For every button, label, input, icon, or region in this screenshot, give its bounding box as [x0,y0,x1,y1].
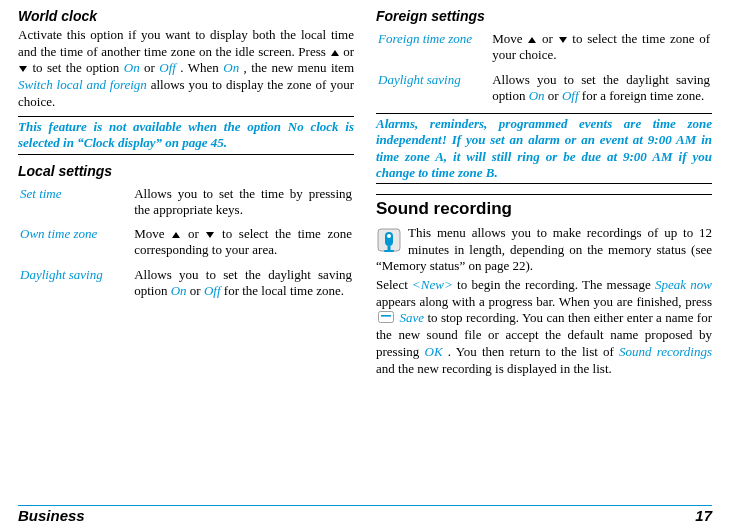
callout-timezone-independent: Alarms, reminders, programmed events are… [376,113,712,184]
message-speak-now: Speak now [655,277,712,292]
svg-rect-4 [384,250,394,252]
footer-divider [18,505,712,506]
arrow-up-icon [331,50,339,56]
text-fragment: for the local time zone. [224,283,344,298]
callout-no-clock: This feature is not available when the o… [18,116,354,155]
text-fragment: or [188,226,206,241]
text-fragment: or [542,31,558,46]
text-fragment: to begin the recording. The message [457,277,655,292]
svg-rect-6 [381,315,391,317]
table-row: Set time Allows you to set the time by p… [18,182,354,223]
arrow-up-icon [172,232,180,238]
option-off: Off [204,283,221,298]
arrow-up-icon [528,37,536,43]
text-fragment: Select [376,277,412,292]
footer-section-name: Business [18,507,85,524]
text-fragment: . You then return to the list of [448,344,619,359]
text-fragment: No clock [288,119,339,134]
sound-paragraph-2: Select <New> to begin the recording. The… [376,277,712,377]
sound-recording-heading: Sound recording [376,199,712,219]
option-off: Off [159,60,176,75]
arrow-down-icon [206,232,214,238]
setting-value: Allows you to set the daylight saving op… [490,68,712,109]
setting-value: Move or to select the time zone correspo… [132,222,354,263]
svg-rect-3 [388,246,391,250]
text-fragment: or [548,88,562,103]
setting-key: Set time [18,182,132,223]
local-settings-heading: Local settings [18,163,354,179]
option-on: On [171,283,187,298]
page-footer: Business 17 [18,505,712,524]
setting-key: Daylight saving [18,263,132,304]
sound-recording-body: This menu allows you to make recordings … [376,225,712,377]
svg-rect-5 [379,311,394,322]
option-off: Off [562,88,579,103]
text-fragment: This feature is not available when the o… [18,119,288,134]
setting-key: Daylight saving [376,68,490,109]
page-columns: World clock Activate this option if you … [18,8,712,478]
text-fragment: Move [492,31,527,46]
list-sound-recordings: Sound recordings [619,344,712,359]
text-fragment: for a foreign time zone. [582,88,704,103]
local-settings-table: Set time Allows you to set the time by p… [18,182,354,304]
text-fragment: and the new recording is displayed in th… [376,361,612,376]
right-column: Foreign settings Foreign time zone Move … [376,8,712,478]
world-clock-heading: World clock [18,8,354,24]
arrow-down-icon [559,37,567,43]
table-row: Own time zone Move or to select the time… [18,222,354,263]
setting-key: Foreign time zone [376,27,490,68]
setting-value: Allows you to set the daylight saving op… [132,263,354,304]
sound-paragraph-1: This menu allows you to make recordings … [376,225,712,275]
text-fragment: Move [134,226,171,241]
text-fragment: appears along with a progress bar. When … [376,294,712,309]
text-fragment: or [190,283,204,298]
foreign-settings-heading: Foreign settings [376,8,712,24]
option-new: <New> [412,277,453,292]
table-row: Daylight saving Allows you to set the da… [18,263,354,304]
text-fragment: . When [180,60,223,75]
option-on: On [124,60,140,75]
menu-switch-local-foreign: Switch local and foreign [18,77,147,92]
left-column: World clock Activate this option if you … [18,8,354,478]
page-number: 17 [695,507,712,524]
section-divider [376,194,712,195]
recorder-icon [376,227,402,257]
svg-point-2 [387,234,391,238]
text-fragment: or [343,44,354,59]
setting-value: Allows you to set the time by pressing t… [132,182,354,223]
action-ok: OK [425,344,443,359]
table-row: Daylight saving Allows you to set the da… [376,68,712,109]
table-row: Foreign time zone Move or to select the … [376,27,712,68]
setting-key: Own time zone [18,222,132,263]
option-on: On [223,60,239,75]
option-on: On [529,88,545,103]
text-fragment: Activate this option if you want to disp… [18,27,354,59]
setting-value: Move or to select the time zone of your … [490,27,712,68]
text-fragment: or [144,60,159,75]
softkey-icon [378,311,394,328]
text-fragment: , the new menu item [244,60,354,75]
foreign-settings-table: Foreign time zone Move or to select the … [376,27,712,108]
action-save: Save [399,310,424,325]
arrow-down-icon [19,66,27,72]
world-clock-paragraph: Activate this option if you want to disp… [18,27,354,110]
text-fragment: to set the option [32,60,123,75]
